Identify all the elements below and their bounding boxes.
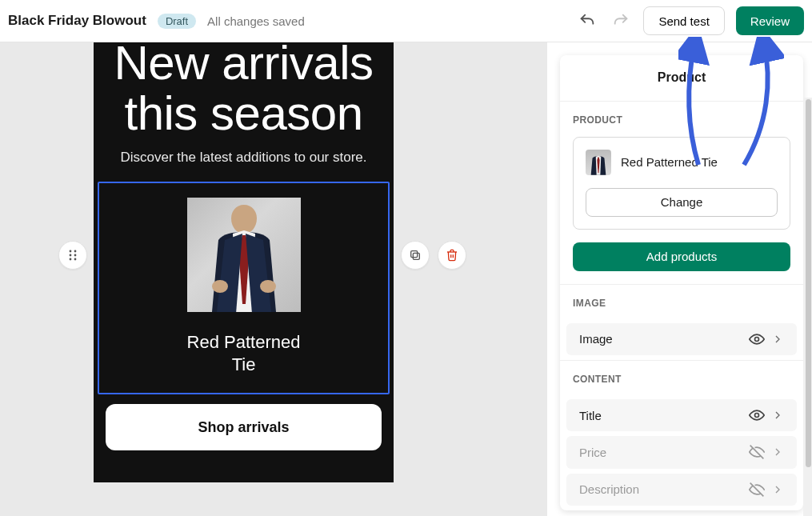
svg-rect-10	[411, 251, 418, 258]
svg-rect-9	[413, 253, 419, 259]
product-block-selected[interactable]: Red Patterned Tie	[98, 182, 390, 394]
chevron-right-icon	[771, 446, 784, 458]
duplicate-button[interactable]	[401, 241, 430, 270]
email-canvas[interactable]: New arrivals this season Discover the la…	[0, 42, 547, 516]
product-title: Red Patterned Tie	[180, 331, 308, 375]
product-section-label: PRODUCT	[573, 114, 790, 126]
svg-point-8	[74, 258, 77, 261]
redo-button[interactable]	[610, 10, 632, 32]
suit-illustration	[196, 200, 292, 312]
save-status: All changes saved	[207, 14, 305, 28]
duplicate-icon	[409, 249, 422, 262]
price-row-label: Price	[579, 446, 749, 459]
product-thumbnail	[586, 150, 611, 175]
hero-subtitle: Discover the latest additions to our sto…	[94, 150, 394, 166]
page-title: Black Friday Blowout	[8, 13, 146, 29]
svg-point-11	[755, 337, 759, 341]
suit-thumb	[587, 150, 610, 175]
title-row-label: Title	[579, 409, 749, 422]
image-section-label: IMAGE	[573, 298, 790, 309]
trash-icon	[446, 249, 458, 262]
change-product-button[interactable]: Change	[586, 188, 778, 217]
send-test-button[interactable]: Send test	[643, 6, 724, 35]
image-row-label: Image	[579, 332, 749, 346]
undo-icon	[578, 12, 596, 30]
delete-button[interactable]	[438, 241, 466, 270]
review-button[interactable]: Review	[736, 6, 804, 35]
selected-product-card: Red Patterned Tie Change	[573, 137, 790, 230]
shop-arrivals-button[interactable]: Shop arrivals	[106, 404, 382, 450]
svg-point-7	[70, 258, 72, 261]
editor-header: Black Friday Blowout Draft All changes s…	[0, 0, 812, 42]
chevron-right-icon	[771, 333, 784, 346]
description-row-label: Description	[579, 482, 749, 496]
title-row[interactable]: Title	[566, 399, 797, 431]
email-preview[interactable]: New arrivals this season Discover the la…	[94, 42, 394, 482]
hidden-icon[interactable]	[749, 482, 765, 498]
hero-title: New arrivals this season	[94, 42, 394, 150]
drag-handle-icon	[66, 249, 79, 262]
svg-point-1	[212, 280, 228, 293]
image-row[interactable]: Image	[566, 323, 797, 355]
chevron-right-icon	[771, 409, 784, 422]
svg-point-6	[74, 254, 77, 257]
content-section-label: CONTENT	[573, 374, 790, 385]
drag-handle[interactable]	[58, 241, 87, 270]
visible-icon[interactable]	[749, 407, 765, 423]
status-badge: Draft	[158, 14, 196, 29]
inspector-panel: Product PRODUCT Red Patterned Tie Change…	[560, 55, 803, 510]
redo-icon	[612, 12, 630, 30]
svg-point-4	[74, 250, 77, 253]
visible-icon[interactable]	[749, 331, 765, 347]
undo-button[interactable]	[576, 10, 598, 32]
description-row[interactable]: Description	[566, 474, 797, 506]
selected-product-name: Red Patterned Tie	[621, 155, 718, 169]
svg-point-12	[755, 414, 759, 418]
svg-point-5	[70, 254, 72, 257]
add-products-button[interactable]: Add products	[573, 242, 790, 271]
scrollbar-thumb[interactable]	[806, 99, 811, 467]
price-row[interactable]: Price	[566, 436, 797, 468]
svg-point-2	[260, 280, 276, 293]
chevron-right-icon	[771, 483, 784, 496]
svg-point-3	[70, 250, 72, 253]
product-image	[187, 198, 301, 312]
panel-title: Product	[560, 55, 803, 102]
scrollbar[interactable]	[803, 98, 812, 516]
hidden-icon[interactable]	[749, 444, 765, 460]
